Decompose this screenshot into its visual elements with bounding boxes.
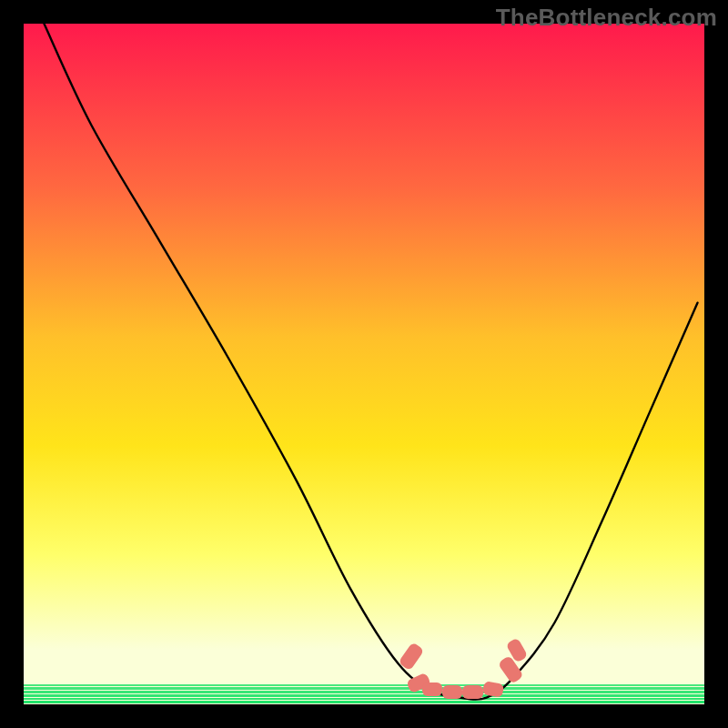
plot-area — [24, 24, 704, 704]
chart-frame: TheBottleneck.com — [0, 0, 728, 728]
optimal-marker — [462, 685, 482, 699]
watermark-text: TheBottleneck.com — [496, 4, 717, 32]
bottleneck-curve — [24, 24, 704, 704]
optimal-marker — [442, 685, 462, 699]
optimal-marker — [422, 682, 442, 696]
